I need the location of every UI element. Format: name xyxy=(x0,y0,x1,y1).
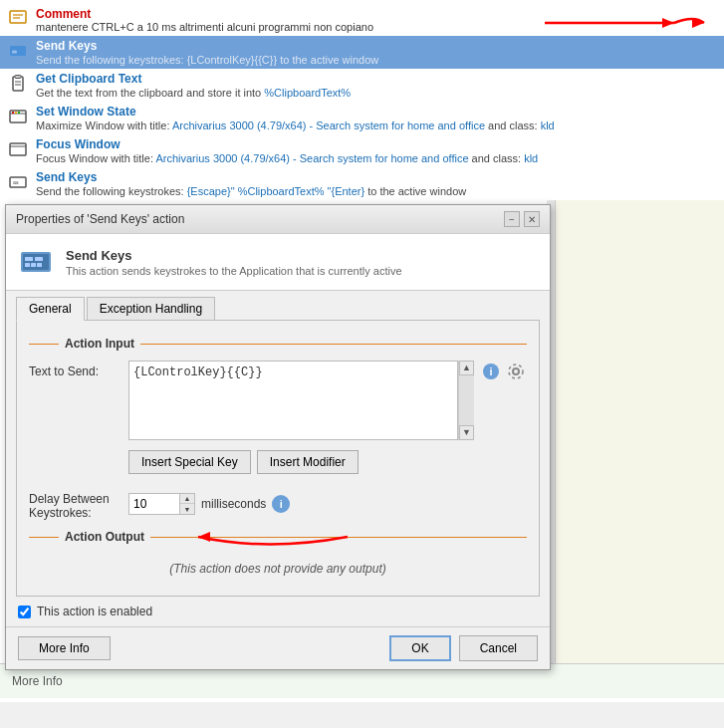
text-to-send-row: Text to Send: ▲ ▼ xyxy=(29,361,527,440)
clipboard-desc: Get the text from the clipboard and stor… xyxy=(36,87,716,99)
svg-rect-6 xyxy=(15,76,21,79)
header-desc: This action sends keystrokes to the Appl… xyxy=(66,265,402,277)
window-icon xyxy=(8,107,28,126)
right-panel xyxy=(555,200,724,698)
scroll-down[interactable]: ▼ xyxy=(459,425,474,440)
insert-special-key-button[interactable]: Insert Special Key xyxy=(128,450,251,474)
svg-rect-22 xyxy=(23,254,49,270)
tab-exception[interactable]: Exception Handling xyxy=(87,297,215,320)
svg-rect-5 xyxy=(13,77,23,91)
more-info-button[interactable]: More Info xyxy=(18,636,111,660)
svg-marker-32 xyxy=(198,532,210,542)
ok-button[interactable]: OK xyxy=(389,635,450,661)
scroll-track xyxy=(459,375,474,425)
text-to-send-label: Text to Send: xyxy=(29,361,128,378)
focuswindow-desc: Focus Window with title: Archivarius 300… xyxy=(36,152,716,164)
comment-icon xyxy=(8,7,28,30)
svg-rect-11 xyxy=(12,112,14,114)
dialog-title: Properties of 'Send Keys' action xyxy=(16,212,184,226)
checkbox-area: This action is enabled xyxy=(6,597,550,626)
svg-text:⌨: ⌨ xyxy=(13,178,19,188)
focus-icon xyxy=(8,139,28,159)
delay-arrow-annotation xyxy=(148,502,427,552)
tab-bar: General Exception Handling xyxy=(6,291,550,320)
svg-text:i: i xyxy=(489,365,492,377)
minimize-button[interactable]: − xyxy=(504,211,520,227)
insert-buttons-row: Insert Special Key Insert Modifier xyxy=(128,450,527,474)
input-icons: i xyxy=(480,361,527,382)
svg-rect-14 xyxy=(10,143,26,155)
textarea-scrollbar: ▲ ▼ xyxy=(458,361,474,440)
info-btn[interactable]: i xyxy=(480,361,502,382)
svg-point-31 xyxy=(509,364,523,378)
focuswindow-title: Focus Window xyxy=(36,137,716,151)
list-item-focuswindow[interactable]: Focus Window Focus Window with title: Ar… xyxy=(0,134,724,167)
header-title: Send Keys xyxy=(66,248,402,263)
list-item-sendkeys2[interactable]: ⌨ Send Keys Send the following keystroke… xyxy=(0,167,724,200)
list-item-setwindow[interactable]: Set Window State Maximize Window with ti… xyxy=(0,102,724,134)
svg-rect-12 xyxy=(15,112,17,114)
cancel-button[interactable]: Cancel xyxy=(459,635,538,661)
svg-rect-23 xyxy=(25,257,33,261)
section-line-left xyxy=(29,344,59,345)
svg-rect-13 xyxy=(18,112,20,114)
comment-title: Comment xyxy=(36,7,373,21)
action-output-label: Action Output xyxy=(65,530,144,544)
more-label: More Info xyxy=(12,674,63,688)
clipboard-title: Get Clipboard Text xyxy=(36,72,716,86)
list-item-clipboard[interactable]: Get Clipboard Text Get the text from the… xyxy=(0,69,724,102)
svg-rect-24 xyxy=(35,257,43,261)
output-line-left xyxy=(29,537,59,538)
insert-modifier-button[interactable]: Insert Modifier xyxy=(257,450,359,474)
sendkeys2-icon: ⌨ xyxy=(8,172,28,192)
svg-rect-26 xyxy=(31,263,36,267)
dialog: Properties of 'Send Keys' action − ✕ xyxy=(5,204,551,670)
enabled-checkbox-label[interactable]: This action is enabled xyxy=(18,605,152,618)
dialog-controls: − ✕ xyxy=(504,211,540,227)
dialog-titlebar: Properties of 'Send Keys' action − ✕ xyxy=(6,205,550,234)
scroll-up[interactable]: ▲ xyxy=(459,361,474,375)
svg-point-30 xyxy=(513,368,519,374)
sendkeys-icon: ⌨ xyxy=(8,41,28,61)
delay-label: Delay Between Keystrokes: xyxy=(29,488,128,520)
settings-btn[interactable] xyxy=(505,361,527,382)
sendkeys1-title: Send Keys xyxy=(36,39,716,53)
clipboard-icon xyxy=(8,74,28,94)
enabled-checkbox[interactable] xyxy=(18,606,31,618)
sendkeys2-desc: Send the following keystrokes: {Escape}"… xyxy=(36,185,716,197)
action-output-message: (This action does not provide any output… xyxy=(29,554,527,584)
tab-general-content: Action Input Text to Send: ▲ xyxy=(16,320,540,597)
tab-general[interactable]: General xyxy=(16,297,85,321)
svg-rect-25 xyxy=(25,263,30,267)
sendkeys2-title: Send Keys xyxy=(36,170,716,184)
comment-desc: mantenere CTRL+C a 10 ms altrimenti alcu… xyxy=(36,21,373,33)
dialog-footer: More Info OK Cancel xyxy=(6,626,550,669)
close-button[interactable]: ✕ xyxy=(524,211,540,227)
dialog-header-icon xyxy=(18,244,54,280)
list-item-comment: Comment mantenere CTRL+C a 10 ms altrime… xyxy=(0,4,724,36)
svg-text:⌨: ⌨ xyxy=(12,48,17,57)
action-input-label: Action Input xyxy=(65,337,134,351)
svg-rect-27 xyxy=(37,263,42,267)
setwindow-title: Set Window State xyxy=(36,105,716,119)
enabled-label: This action is enabled xyxy=(37,605,152,618)
text-to-send-input[interactable] xyxy=(128,361,458,440)
setwindow-desc: Maximize Window with title: Archivarius … xyxy=(36,120,716,131)
section-line-right xyxy=(140,344,527,345)
list-item-sendkeys1[interactable]: ⌨ Send Keys Send the following keystroke… xyxy=(0,36,724,69)
sendkeys1-desc: Send the following keystrokes: {LControl… xyxy=(36,54,716,66)
action-input-header: Action Input xyxy=(29,337,527,351)
dialog-header: Send Keys This action sends keystrokes t… xyxy=(6,234,550,291)
svg-rect-0 xyxy=(10,11,26,23)
